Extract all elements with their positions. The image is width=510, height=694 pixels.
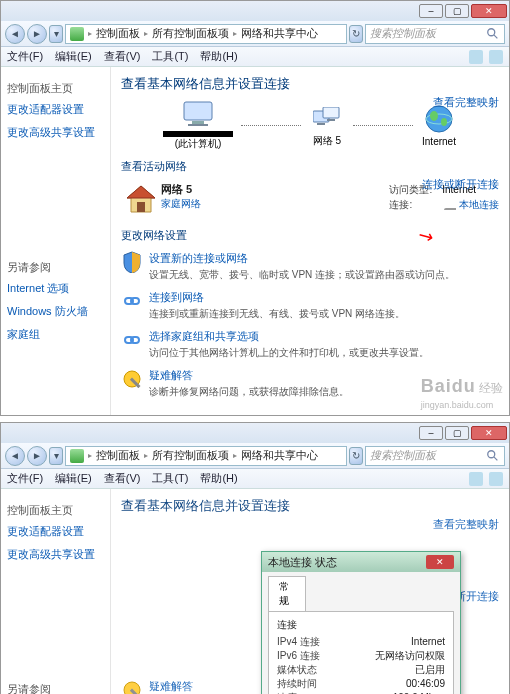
network-label: 网络 5 — [309, 134, 345, 148]
crumb-3[interactable]: 网络和共享中心 — [239, 448, 320, 463]
kv-label: IPv6 连接 — [277, 649, 347, 663]
svg-line-22 — [494, 34, 498, 38]
setup-new-connection[interactable]: 设置新的连接或网络设置无线、宽带、拨号、临时或 VPN 连接；或设置路由器或访问… — [121, 251, 499, 282]
wrench-icon — [121, 368, 143, 390]
this-pc-label: (此计算机) — [163, 137, 233, 151]
menu-tools[interactable]: 工具(T) — [152, 49, 188, 64]
wrench-icon — [121, 679, 143, 694]
history-dropdown[interactable]: ▾ — [49, 25, 63, 43]
connect-disconnect-link[interactable]: 连接或断开连接 — [422, 177, 499, 192]
sidebar-sharing-settings[interactable]: 更改高级共享设置 — [7, 547, 104, 562]
network-name: 网络 5 — [161, 182, 201, 197]
forward-button[interactable]: ► — [27, 446, 47, 466]
maximize-button[interactable]: ▢ — [445, 426, 469, 440]
toolbar-icon-1[interactable] — [469, 472, 483, 486]
view-full-map-link[interactable]: 查看完整映射 — [433, 95, 499, 110]
svg-point-23 — [488, 450, 495, 457]
help-icon[interactable] — [489, 472, 503, 486]
menu-edit[interactable]: 编辑(E) — [55, 49, 92, 64]
titlebar: – ▢ ✕ — [1, 423, 509, 443]
item-title: 疑难解答 — [149, 368, 349, 383]
kv-value: 无网络访问权限 — [375, 649, 445, 663]
main-panel: 查看基本网络信息并设置连接 查看完整映射 (此计算机) 网络 5 Interne… — [111, 67, 509, 415]
breadcrumb[interactable]: ▸ 控制面板 ▸ 所有控制面板项 ▸ 网络和共享中心 — [65, 446, 347, 466]
sidebar-adapter-settings[interactable]: 更改适配器设置 — [7, 102, 104, 117]
minimize-button[interactable]: – — [419, 4, 443, 18]
homegroup-sharing[interactable]: 选择家庭组和共享选项访问位于其他网络计算机上的文件和打印机，或更改共享设置。 — [121, 329, 499, 360]
menu-view[interactable]: 查看(V) — [104, 49, 141, 64]
troubleshoot[interactable]: 疑难解答诊断并修复网络问题，或获得故障排除信息。 — [121, 368, 499, 399]
item-desc: 设置无线、宽带、拨号、临时或 VPN 连接；或设置路由器或访问点。 — [149, 268, 455, 282]
sidebar: 控制面板主页 更改适配器设置 更改高级共享设置 另请参阅 Internet 选项… — [1, 67, 111, 415]
menu-help[interactable]: 帮助(H) — [200, 49, 237, 64]
minimize-button[interactable]: – — [419, 426, 443, 440]
node-network[interactable]: 网络 5 — [309, 102, 345, 148]
crumb-3[interactable]: 网络和共享中心 — [239, 26, 320, 41]
forward-button[interactable]: ► — [27, 24, 47, 44]
crumb-2[interactable]: 所有控制面板项 — [150, 26, 231, 41]
tab-general[interactable]: 常规 — [268, 576, 306, 611]
connection-status-dialog: 本地连接 状态 ✕ 常规 连接 IPv4 连接Internet IPv6 连接无… — [261, 551, 461, 694]
refresh-button[interactable]: ↻ — [349, 447, 363, 465]
search-icon — [486, 449, 500, 463]
menu-file[interactable]: 文件(F) — [7, 471, 43, 486]
active-networks-header: 查看活动网络 — [121, 159, 499, 174]
crumb-1[interactable]: 控制面板 — [94, 448, 142, 463]
search-placeholder: 搜索控制面板 — [370, 26, 436, 41]
menu-file[interactable]: 文件(F) — [7, 49, 43, 64]
page-title: 查看基本网络信息并设置连接 — [121, 75, 499, 93]
dialog-close-button[interactable]: ✕ — [426, 555, 454, 569]
sidebar-home[interactable]: 控制面板主页 — [7, 81, 104, 96]
back-button[interactable]: ◄ — [5, 24, 25, 44]
kv-label: 持续时间 — [277, 677, 347, 691]
section-connection: 连接 — [277, 618, 445, 632]
svg-line-24 — [494, 456, 498, 460]
item-title: 连接到网络 — [149, 290, 405, 305]
window-1: – ▢ ✕ ◄ ► ▾ ▸ 控制面板 ▸ 所有控制面板项 ▸ 网络和共享中心 ↻… — [0, 0, 510, 416]
sidebar-homegroup[interactable]: 家庭组 — [7, 327, 104, 342]
settings-list: 设置新的连接或网络设置无线、宽带、拨号、临时或 VPN 连接；或设置路由器或访问… — [121, 251, 499, 399]
node-this-pc[interactable]: (此计算机) — [163, 99, 233, 151]
sidebar-adapter-settings[interactable]: 更改适配器设置 — [7, 524, 104, 539]
search-icon — [486, 27, 500, 41]
connect-to-network[interactable]: 连接到网络连接到或重新连接到无线、有线、拨号或 VPN 网络连接。 — [121, 290, 499, 321]
local-connection-link[interactable]: 本地连接 — [459, 199, 499, 210]
history-dropdown[interactable]: ▾ — [49, 447, 63, 465]
search-input[interactable]: 搜索控制面板 — [365, 24, 505, 44]
shield-icon — [121, 251, 143, 273]
crumb-1[interactable]: 控制面板 — [94, 26, 142, 41]
main-panel: 查看基本网络信息并设置连接 查看完整映射 连接或断开连接 疑难解答诊断并修复网络… — [111, 489, 509, 694]
menu-view[interactable]: 查看(V) — [104, 471, 141, 486]
toolbar-icon-1[interactable] — [469, 50, 483, 64]
help-icon[interactable] — [489, 50, 503, 64]
item-desc: 访问位于其他网络计算机上的文件和打印机，或更改共享设置。 — [149, 346, 429, 360]
back-button[interactable]: ◄ — [5, 446, 25, 466]
breadcrumb[interactable]: ▸ 控制面板 ▸ 所有控制面板项 ▸ 网络和共享中心 — [65, 24, 347, 44]
network-type-link[interactable]: 家庭网络 — [161, 197, 201, 211]
kv-label: IPv4 连接 — [277, 635, 347, 649]
item-title: 设置新的连接或网络 — [149, 251, 455, 266]
kv-value: 已启用 — [415, 663, 445, 677]
menu-tools[interactable]: 工具(T) — [152, 471, 188, 486]
sidebar-home[interactable]: 控制面板主页 — [7, 503, 104, 518]
maximize-button[interactable]: ▢ — [445, 4, 469, 18]
link-icon — [121, 290, 143, 312]
sidebar-firewall[interactable]: Windows 防火墙 — [7, 304, 104, 319]
crumb-2[interactable]: 所有控制面板项 — [150, 448, 231, 463]
window-2: – ▢ ✕ ◄ ► ▾ ▸ 控制面板 ▸ 所有控制面板项 ▸ 网络和共享中心 ↻… — [0, 422, 510, 694]
sidebar-internet-options[interactable]: Internet 选项 — [7, 281, 104, 296]
item-desc: 诊断并修复网络问题，或获得故障排除信息。 — [149, 385, 349, 399]
menu-edit[interactable]: 编辑(E) — [55, 471, 92, 486]
item-title: 选择家庭组和共享选项 — [149, 329, 429, 344]
menu-help[interactable]: 帮助(H) — [200, 471, 237, 486]
home-network-icon — [121, 182, 161, 216]
share-icon — [121, 329, 143, 351]
refresh-button[interactable]: ↻ — [349, 25, 363, 43]
search-input[interactable]: 搜索控制面板 — [365, 446, 505, 466]
kv-label: 媒体状态 — [277, 663, 347, 677]
close-button[interactable]: ✕ — [471, 426, 507, 440]
close-button[interactable]: ✕ — [471, 4, 507, 18]
change-settings-header: 更改网络设置 — [121, 228, 499, 243]
sidebar-sharing-settings[interactable]: 更改高级共享设置 — [7, 125, 104, 140]
dialog-titlebar[interactable]: 本地连接 状态 ✕ — [262, 552, 460, 572]
